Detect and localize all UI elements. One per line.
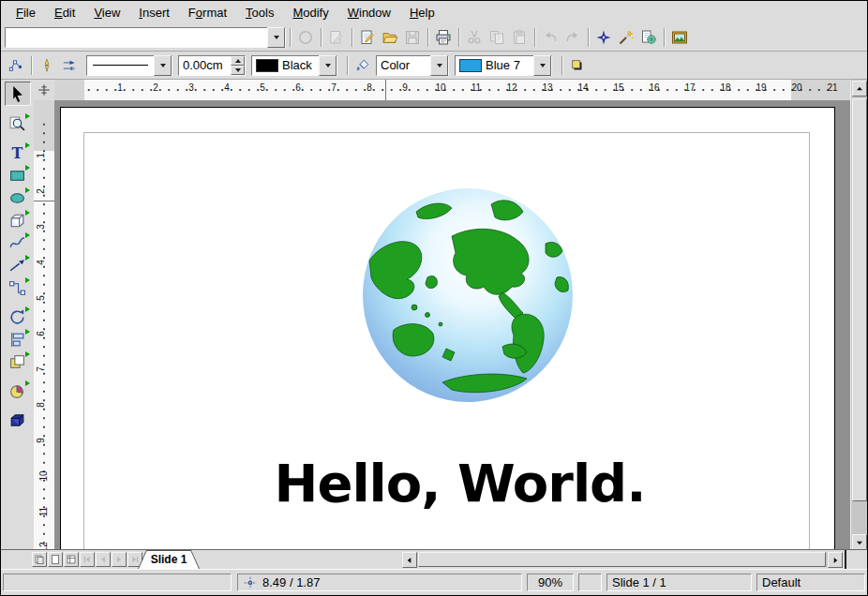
rotate-tool[interactable] [6,305,30,328]
submenu-flag-icon [25,351,30,357]
page-view-button[interactable] [48,552,63,567]
horizontal-ruler-number: 12 [506,82,516,93]
vertical-ruler-number: 8 [36,402,46,408]
line-color-combo[interactable]: Black [251,55,337,76]
controller3d-tool[interactable] [6,409,30,431]
slide-tab-label: Slide 1 [138,550,200,569]
navigator-icon[interactable] [592,26,615,49]
vertical-scrollbar-thumb[interactable] [852,98,867,501]
stop-loading-icon [294,26,317,49]
origin-icon [37,82,52,97]
text-tool[interactable]: T [6,142,30,164]
toolbox-gap [1,373,34,380]
status-zoom-panel[interactable]: 90% [527,574,574,591]
vertical-scrollbar[interactable] [850,80,867,551]
line-color-dropdown-button[interactable] [319,55,337,76]
fill-color-combo[interactable]: Blue 7 [455,55,552,76]
slide-view-button[interactable] [32,552,47,567]
layer-view-button[interactable] [64,552,79,567]
slide-indicator-value: Slide 1 / 1 [612,575,666,589]
toolbar-separator [664,28,665,47]
menu-tools[interactable]: Tools [236,3,283,22]
objects3d-tool[interactable] [6,209,30,231]
insert-tool[interactable] [6,380,30,402]
arrange-tool[interactable] [6,350,30,373]
menu-format[interactable]: Format [179,3,236,22]
toolbar-separator [561,56,562,75]
menu-edit[interactable]: Edit [45,3,84,22]
horizontal-ruler-number: 17 [684,82,695,93]
status-modified-panel [578,574,602,591]
submenu-flag-icon [25,329,30,335]
fill-icon[interactable] [352,54,374,77]
menu-view[interactable]: View [84,3,129,22]
shadow-icon[interactable] [566,54,589,77]
horizontal-scrollbar-thumb[interactable] [418,552,826,567]
connector-tool[interactable] [6,276,30,299]
menu-insert[interactable]: Insert [129,3,179,22]
slide-tab[interactable]: Slide 1 [138,550,200,569]
line-width-increase-button[interactable] [231,56,245,66]
scroll-up-button[interactable] [852,81,867,97]
menu-modify[interactable]: Modify [283,3,337,22]
paste-icon [508,26,531,49]
horizontal-ruler-number: 13 [542,82,552,93]
submenu-flag-icon [25,165,30,171]
print-icon[interactable] [432,26,455,49]
horizontal-ruler-number: 19 [756,82,766,93]
horizontal-ruler-number: 2 [153,82,158,93]
line-style-sample [93,65,148,66]
load-url-input[interactable] [6,29,267,46]
line-width-decrease-button[interactable] [231,66,245,75]
fill-style-combo[interactable]: Color [376,55,449,76]
fill-color-dropdown-button[interactable] [533,55,551,76]
cut-icon [463,26,486,49]
globe-image[interactable] [362,187,574,403]
status-position-panel: 8.49 / 1.87 [237,574,522,591]
horizontal-ruler-number: 21 [827,82,837,93]
menu-window[interactable]: Window [338,3,400,22]
hello-world-text[interactable]: Hello, World. [60,453,833,514]
arrow-style-icon[interactable] [58,54,81,77]
menu-file[interactable]: File [7,3,45,22]
status-slide-panel: Slide 1 / 1 [606,574,752,591]
page-style-value: Default [762,575,801,589]
zoom-icon[interactable] [615,26,637,49]
pen-icon[interactable] [36,54,58,77]
curve-tool[interactable] [6,231,30,254]
toolbar-separator [588,28,589,47]
new-document-icon[interactable] [356,26,379,49]
vertical-ruler-number: 6 [36,331,46,336]
horizontal-ruler: 123456789101112131415161718192021 [54,80,850,101]
vertical-ruler-number: 9 [36,438,46,443]
undo-icon [539,26,561,49]
fill-color-label: Blue 7 [482,58,533,72]
menu-help[interactable]: Help [400,3,444,22]
line-style-combo[interactable] [86,55,172,76]
zoom-tool[interactable] [6,112,30,135]
function-bar [1,24,867,52]
alignment-tool[interactable] [6,328,30,350]
fill-style-dropdown-button[interactable] [430,55,448,76]
lines-arrows-tool[interactable] [6,254,30,276]
select-tool[interactable] [5,82,31,106]
horizontal-ruler-number: 3 [188,82,194,93]
hyperlink-icon[interactable] [637,26,660,49]
scroll-right-button[interactable] [828,552,843,568]
line-width-spinner[interactable]: 0.00cm [178,55,246,76]
line-width-value[interactable]: 0.00cm [179,58,231,72]
scrollbar-corner [845,550,867,569]
toolbar-separator [534,28,535,47]
ellipse-tool[interactable] [6,186,30,209]
edit-points-icon[interactable] [5,54,27,77]
line-style-dropdown-button[interactable] [154,55,172,76]
horizontal-ruler-number: 18 [720,82,730,93]
submenu-flag-icon [25,113,30,119]
gallery-icon[interactable] [668,26,691,49]
rectangle-tool[interactable] [6,164,30,186]
open-icon[interactable] [379,26,401,49]
scroll-left-button[interactable] [402,552,417,568]
load-url-dropdown-button[interactable] [267,27,285,48]
scroll-down-button[interactable] [852,534,867,550]
drawing-canvas[interactable]: Hello, World. [54,100,850,551]
